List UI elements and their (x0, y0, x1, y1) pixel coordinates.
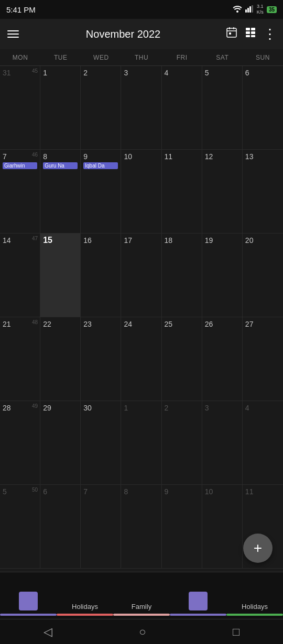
back-button[interactable]: ◁ (43, 625, 52, 639)
calendar-cell[interactable]: 3 (202, 401, 243, 485)
calendar-cell[interactable]: 10 (121, 150, 161, 234)
svg-rect-1 (245, 9, 247, 13)
calendar-cell[interactable]: 1 (121, 401, 161, 485)
calendar-cell[interactable]: 4 (243, 401, 283, 485)
calendar-item[interactable] (0, 572, 57, 619)
date-number: 31 (3, 69, 11, 77)
calendar-cell[interactable]: 9 (162, 485, 202, 569)
calendar-cell[interactable]: 20 (243, 234, 283, 317)
calendar-cell[interactable]: 6 (40, 485, 81, 569)
calendar-cell[interactable]: 22 (40, 317, 81, 401)
date-number: 23 (83, 320, 92, 328)
event-chip[interactable]: Guru Na (43, 162, 78, 169)
calendar-icon (19, 592, 38, 610)
calendar-cell[interactable]: 4928 (0, 401, 40, 485)
week-number: 50 (32, 487, 38, 493)
calendar-cell[interactable]: 17 (121, 234, 161, 317)
menu-button[interactable] (7, 28, 19, 40)
date-number: 4 (165, 69, 169, 77)
event-chip[interactable]: Giarhwin (3, 162, 37, 169)
calendar-cell[interactable]: 4714 (0, 234, 40, 317)
date-number: 29 (43, 404, 51, 412)
date-number: 3 (124, 69, 128, 77)
date-number: 4 (245, 404, 249, 412)
calendar-cell[interactable]: 1 (40, 66, 81, 150)
calendar-cell[interactable]: 2 (162, 401, 202, 485)
day-tue: TUE (40, 49, 81, 65)
calendar-cell[interactable]: 13 (243, 150, 283, 234)
calendar-cell[interactable]: 15 (40, 234, 81, 317)
calendar-cell[interactable]: 16 (81, 234, 121, 317)
calendar-item[interactable]: Family (113, 572, 170, 619)
recents-button[interactable]: □ (233, 625, 240, 639)
calendar-cell[interactable]: 2 (81, 66, 121, 150)
calendar-cell[interactable]: 10 (202, 485, 243, 569)
date-number: 12 (205, 152, 213, 161)
calendar-cell[interactable]: 7 (81, 485, 121, 569)
date-number: 27 (245, 320, 254, 328)
calendar-color-bar (170, 614, 226, 616)
date-number: 16 (83, 236, 92, 245)
date-number: 11 (245, 487, 254, 496)
day-wed: WED (81, 49, 121, 65)
day-fri: FRI (162, 49, 202, 65)
date-number: 1 (124, 404, 128, 412)
more-options-icon[interactable]: ⋮ (263, 26, 276, 42)
calendar-cell[interactable]: 24 (121, 317, 161, 401)
navigation-bar: ◁ ○ □ (0, 619, 283, 644)
calendar-item[interactable]: Holidays (226, 572, 283, 619)
svg-rect-11 (251, 28, 255, 30)
calendar-cell[interactable]: 11 (162, 150, 202, 234)
header-title: November 2022 (27, 28, 219, 40)
date-number: 1 (43, 69, 47, 77)
calendar-cell[interactable]: 4 (162, 66, 202, 150)
calendar-cell[interactable]: 3 (121, 66, 161, 150)
grid-view-icon[interactable] (244, 26, 257, 42)
calendar-cell[interactable]: 9Iqbal Da (81, 150, 121, 234)
calendar-cell[interactable]: 505 (0, 485, 40, 569)
calendar-cell[interactable]: 12 (202, 150, 243, 234)
calendar-cell[interactable]: 27 (243, 317, 283, 401)
date-number: 13 (245, 152, 254, 161)
calendar-cell[interactable]: 26 (202, 317, 243, 401)
calendar-cell[interactable]: 8Guru Na (40, 150, 81, 234)
week-number: 45 (32, 68, 38, 74)
home-button[interactable]: ○ (139, 625, 146, 639)
svg-rect-2 (247, 8, 249, 13)
date-number: 2 (165, 404, 169, 412)
date-number: 21 (3, 320, 11, 328)
date-number: 7 (83, 487, 88, 496)
date-number: 24 (124, 320, 132, 328)
date-number: 18 (165, 236, 173, 245)
calendar-cell[interactable]: 18 (162, 234, 202, 317)
calendar-cell[interactable]: 30 (81, 401, 121, 485)
calendar-cell[interactable]: 6 (243, 66, 283, 150)
svg-point-0 (236, 10, 238, 13)
calendar-color-bar (57, 614, 113, 616)
calendar-cell[interactable]: 19 (202, 234, 243, 317)
calendar-day-icon[interactable] (225, 26, 238, 42)
add-event-fab[interactable]: + (243, 534, 273, 563)
svg-rect-4 (252, 5, 253, 13)
battery-indicator: 35 (267, 6, 277, 13)
calendar-item[interactable]: Holidays (57, 572, 113, 619)
date-number: 6 (245, 69, 249, 77)
calendar-cell[interactable]: 4821 (0, 317, 40, 401)
event-chip[interactable]: Iqbal Da (83, 162, 118, 169)
svg-rect-15 (251, 35, 255, 37)
calendar-cell[interactable]: 8 (121, 485, 161, 569)
calendar-grid: 4531123456467Giarhwin8Guru Na9Iqbal Da10… (0, 66, 283, 569)
bottom-calendar-bar: HolidaysFamilyHolidays (0, 572, 283, 619)
calendar-cell[interactable]: 4531 (0, 66, 40, 150)
calendar-icon (189, 592, 208, 610)
calendar-cell[interactable]: 25 (162, 317, 202, 401)
calendar-cell[interactable]: 467Giarhwin (0, 150, 40, 234)
svg-rect-10 (246, 28, 250, 30)
calendar-label: Holidays (72, 603, 98, 610)
calendar-cell[interactable]: 23 (81, 317, 121, 401)
calendar-label: Family (132, 603, 151, 610)
calendar-item[interactable] (170, 572, 226, 619)
calendar-cell[interactable]: 29 (40, 401, 81, 485)
calendar-cell[interactable]: 5 (202, 66, 243, 150)
week-number: 47 (32, 236, 38, 241)
